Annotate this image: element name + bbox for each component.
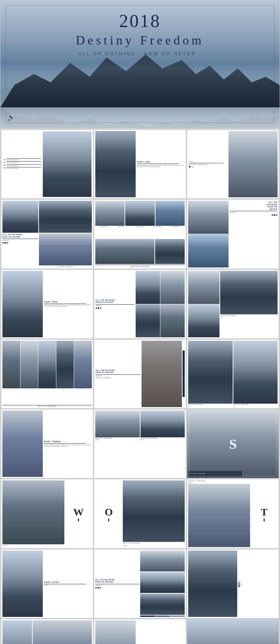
slide-8: ALL OR NOTHINGNOW OR NEVER body text her… <box>94 270 186 338</box>
slide-19: PART FOUR text here <box>1 550 93 618</box>
slide-13: PART THREE Click here to add your title … <box>1 410 93 478</box>
slide-6: ALL ORNOTHINGNOW ORNEVER body text here <box>187 200 279 268</box>
mountain-silhouette <box>0 52 280 107</box>
hero-year: 2018 <box>119 11 161 31</box>
slide-15: S DESTINY FREEDOM <box>187 410 279 478</box>
slide-24: THANK YOU <box>187 619 279 644</box>
slide-3: text here DESTINY FREEDOM <box>187 130 279 198</box>
slide-11: ALL OR NOTHINGNOW OR NEVER body text her… <box>94 340 186 408</box>
slide-18: DESTINY FREEDOM text here T <box>187 479 279 548</box>
hero-slide: 2018 Destiny Freedom ALL OR NOTHING , NO… <box>0 0 280 129</box>
slide-1: 01Click here to add your title 02Click h… <box>1 130 93 198</box>
slide-20: ALL OR NOTHINGNOW OR NEVER body text her… <box>94 550 186 618</box>
slide-2: PART ONE Click here to add your title Cl… <box>94 130 186 198</box>
slide-14: DESTINY FREEDOM text here DESTINY FREEDO… <box>94 410 186 478</box>
slide-10: DESTINY DESTINY DESTINY DESTINY DESTINY … <box>1 340 93 408</box>
slide-16: text here W <box>1 479 93 548</box>
mountain-reflection <box>0 107 280 128</box>
slide-22: DESTINY FREEDOM text here text here <box>1 619 93 644</box>
hero-subtitle: ALL OR NOTHING , NOW OR NEVER . <box>78 51 202 56</box>
slide-9: DESTINY FREEDOM text <box>187 270 279 338</box>
slides-grid: 01Click here to add your title 02Click h… <box>0 129 280 644</box>
slide-21: title ⌂item ✉item ☎item <box>187 550 279 618</box>
slide-23: ALL OR NOTHINGNOW OR NEVER body text <box>94 619 186 644</box>
hero-title: Destiny Freedom <box>76 33 204 48</box>
slide-7: PART TWO Click here to add your title Cl… <box>1 270 93 338</box>
slide-12: DESTINY FREEDOM text DESTINY FREEDOM tex… <box>187 340 279 408</box>
slide-5: DESTINY DESTINY DESTINY DESTINY DESTINY … <box>94 200 186 268</box>
slide-4: ALL OR NOTHINGNOW OR NEVER body text her… <box>1 200 93 268</box>
slide-17: O DESTINY FREEDOM text here <box>94 479 186 548</box>
volume-icon[interactable]: 🔊 <box>7 114 15 121</box>
